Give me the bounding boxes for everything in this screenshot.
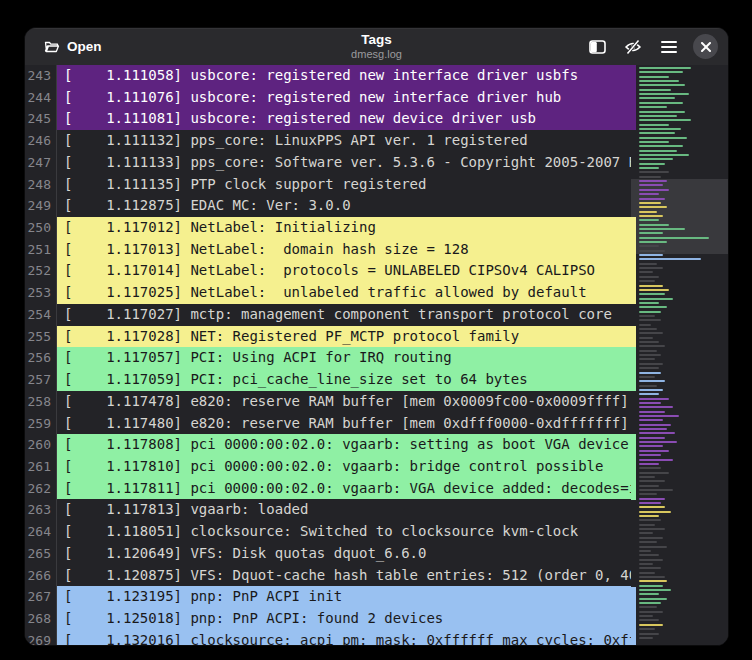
minimap-line-bar	[639, 537, 663, 539]
minimap-line-bar	[639, 176, 661, 178]
minimap-line-bar	[639, 84, 685, 86]
line-text: [ 1.117480] e820: reserve RAM buffer [me…	[57, 413, 633, 435]
minimap-line-bar	[639, 428, 667, 430]
minimap-line-bar	[639, 258, 701, 260]
editor-view[interactable]: 243[ 1.111058] usbcore: registered new i…	[25, 65, 728, 645]
log-line[interactable]: 255[ 1.117028] NET: Registered PF_MCTP p…	[25, 326, 633, 348]
minimap-line-bar	[639, 289, 669, 291]
main-menu-button[interactable]	[657, 35, 681, 59]
line-number: 248	[25, 174, 57, 196]
minimap-line-bar	[639, 476, 655, 478]
line-text: [ 1.117810] pci 0000:00:02.0: vgaarb: br…	[57, 456, 633, 478]
minimap-line-bar	[639, 271, 653, 273]
log-line[interactable]: 259[ 1.117480] e820: reserve RAM buffer …	[25, 413, 633, 435]
minimap-line-bar	[639, 498, 665, 500]
log-line[interactable]: 260[ 1.117808] pci 0000:00:02.0: vgaarb:…	[25, 434, 633, 456]
line-text: [ 1.117014] NetLabel: protocols = UNLABE…	[57, 260, 633, 282]
log-line[interactable]: 266[ 1.120875] VFS: Dquot-cache hash tab…	[25, 565, 633, 587]
minimap-line-bar	[639, 315, 655, 317]
log-line[interactable]: 252[ 1.117014] NetLabel: protocols = UNL…	[25, 260, 633, 282]
minimap-line-bar	[639, 402, 661, 404]
minimap-highlight-strip	[631, 434, 636, 456]
minimap-line-bar	[639, 319, 661, 321]
minimap-line-bar	[639, 263, 657, 265]
log-line[interactable]: 267[ 1.123195] pnp: PnP ACPI init	[25, 586, 633, 608]
log-line[interactable]: 244[ 1.111076] usbcore: registered new i…	[25, 87, 633, 109]
minimap-line-bar	[639, 393, 659, 395]
minimap-line-bar	[639, 241, 667, 243]
log-line[interactable]: 264[ 1.118051] clocksource: Switched to …	[25, 521, 633, 543]
log-line[interactable]: 247[ 1.111133] pps_core: Software ver. 5…	[25, 152, 633, 174]
log-line[interactable]: 257[ 1.117059] PCI: pci_cache_line_size …	[25, 369, 633, 391]
minimap-line-bar	[639, 511, 671, 513]
log-line[interactable]: 262[ 1.117811] pci 0000:00:02.0: vgaarb:…	[25, 478, 633, 500]
open-button[interactable]: Open	[38, 35, 108, 58]
minimap[interactable]	[631, 65, 728, 645]
log-line[interactable]: 250[ 1.117012] NetLabel: Initializing	[25, 217, 633, 239]
log-line[interactable]: 249[ 1.112875] EDAC MC: Ver: 3.0.0	[25, 195, 633, 217]
minimap-highlight-strip	[631, 87, 636, 109]
log-line[interactable]: 253[ 1.117025] NetLabel: unlabeled traff…	[25, 282, 633, 304]
minimap-line-bar	[639, 467, 661, 469]
close-button[interactable]	[693, 34, 718, 59]
minimap-line-bar	[639, 267, 663, 269]
log-line[interactable]: 268[ 1.125018] pnp: PnP ACPI: found 2 de…	[25, 608, 633, 630]
log-line[interactable]: 263[ 1.117813] vgaarb: loaded	[25, 499, 633, 521]
line-text: [ 1.117013] NetLabel: domain hash size =…	[57, 239, 633, 261]
line-text: [ 1.112875] EDAC MC: Ver: 3.0.0	[57, 195, 633, 217]
minimap-line-bar	[639, 532, 653, 534]
minimap-line-bar	[639, 285, 663, 287]
minimap-line-bar	[639, 419, 663, 421]
minimap-highlight-strip	[631, 65, 636, 87]
minimap-line-bar	[639, 250, 665, 252]
log-line[interactable]: 254[ 1.117027] mctp: management componen…	[25, 304, 633, 326]
minimap-line-bar	[639, 115, 677, 117]
minimap-line-bar	[639, 485, 659, 487]
minimap-highlight-strip	[631, 630, 636, 645]
minimap-line-bar	[639, 141, 669, 143]
toggle-panel-button[interactable]	[585, 35, 609, 59]
minimap-line-bar	[639, 154, 689, 156]
eye-off-icon	[624, 39, 642, 55]
minimap-line-bar	[639, 332, 663, 334]
log-line[interactable]: 246[ 1.111132] pps_core: LinuxPPS API ve…	[25, 130, 633, 152]
line-number: 247	[25, 152, 57, 174]
minimap-line-bar	[639, 489, 673, 491]
minimap-line-bar	[639, 354, 661, 356]
minimap-line-bar	[639, 293, 665, 295]
log-line[interactable]: 265[ 1.120649] VFS: Disk quotas dquot_6.…	[25, 543, 633, 565]
minimap-line-bar	[639, 515, 659, 517]
minimap-line-bar	[639, 546, 667, 548]
minimap-line-bar	[639, 454, 661, 456]
line-text: [ 1.111058] usbcore: registered new inte…	[57, 65, 633, 87]
minimap-line-bar	[639, 171, 669, 173]
minimap-line-bar	[639, 519, 661, 521]
minimap-line-bar	[639, 463, 659, 465]
log-line[interactable]: 256[ 1.117057] PCI: Using ACPI for IRQ r…	[25, 347, 633, 369]
minimap-line-bar	[639, 132, 675, 134]
minimap-line-bar	[639, 589, 671, 591]
minimap-line-bar	[639, 376, 655, 378]
minimap-line-bar	[639, 389, 663, 391]
log-line[interactable]: 251[ 1.117013] NetLabel: domain hash siz…	[25, 239, 633, 261]
minimap-line-bar	[639, 328, 657, 330]
minimap-line-bar	[639, 506, 665, 508]
log-line[interactable]: 269[ 1.132016] clocksource: acpi_pm: mas…	[25, 630, 633, 645]
hide-preview-button[interactable]	[621, 35, 645, 59]
minimap-highlight-strip	[631, 239, 636, 261]
minimap-line-bar	[639, 572, 655, 574]
line-number: 260	[25, 434, 57, 456]
line-text: [ 1.117012] NetLabel: Initializing	[57, 217, 633, 239]
log-line[interactable]: 258[ 1.117478] e820: reserve RAM buffer …	[25, 391, 633, 413]
minimap-line-bar	[639, 106, 667, 108]
log-line[interactable]: 261[ 1.117810] pci 0000:00:02.0: vgaarb:…	[25, 456, 633, 478]
minimap-line-bar	[639, 137, 687, 139]
log-line[interactable]: 243[ 1.111058] usbcore: registered new i…	[25, 65, 633, 87]
log-line[interactable]: 248[ 1.111135] PTP clock support registe…	[25, 174, 633, 196]
minimap-highlight-strip	[631, 217, 636, 239]
minimap-line-bar	[639, 524, 655, 526]
line-text: [ 1.111081] usbcore: registered new devi…	[57, 108, 633, 130]
minimap-highlight-strip	[631, 608, 636, 630]
log-line[interactable]: 245[ 1.111081] usbcore: registered new d…	[25, 108, 633, 130]
minimap-line-bar	[639, 624, 663, 626]
